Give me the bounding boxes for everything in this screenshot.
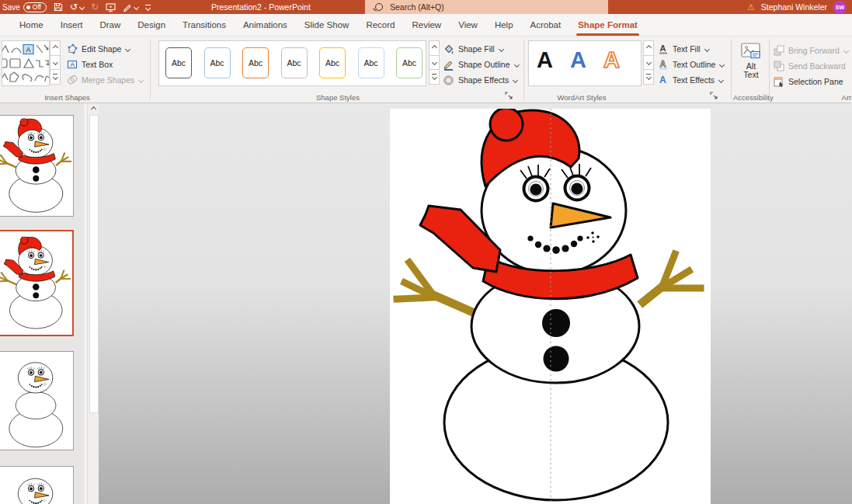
group-separator (150, 40, 151, 99)
shape-gallery-icons: A (2, 41, 49, 85)
svg-text:A: A (71, 61, 75, 68)
text-box-button[interactable]: A Text Box (67, 57, 113, 71)
search-input[interactable]: Search (Alt+Q) (365, 0, 608, 14)
shape-style-preset-7[interactable]: Abc (396, 47, 423, 78)
text-effects-button[interactable]: A Text Effects (658, 73, 723, 87)
chevron-down-icon (134, 4, 139, 9)
shape-effects-button[interactable]: Shape Effects (443, 73, 517, 87)
bring-forward-button[interactable]: Bring Forward (774, 43, 848, 57)
pen-icon (123, 2, 132, 12)
tab-acrobat[interactable]: Acrobat (522, 14, 570, 36)
group-label-shape-styles: Shape Styles (152, 93, 523, 102)
svg-text:A: A (660, 59, 666, 68)
undo-button[interactable]: ↺ (70, 2, 84, 12)
search-icon (375, 3, 383, 11)
tab-transitions[interactable]: Transitions (174, 14, 235, 36)
tab-shape-format[interactable]: Shape Format (569, 14, 646, 36)
selection-pane-button[interactable]: Selection Pane (774, 75, 843, 89)
shape-gallery[interactable]: A (2, 40, 50, 86)
slide-thumbnail-1[interactable] (0, 115, 74, 217)
tab-record[interactable]: Record (357, 14, 403, 36)
alt-text-button[interactable]: Alt Text (736, 43, 766, 79)
gallery-more-button[interactable] (50, 69, 61, 85)
send-backward-button[interactable]: Send Backward (774, 59, 846, 73)
shape-fill-icon (443, 43, 454, 55)
save-icon (54, 2, 63, 12)
powerpoint-window: Save Off ↺ ↻ (0, 0, 852, 504)
group-label-insert-shapes: Insert Shapes (0, 93, 134, 102)
selection-pane-icon (774, 76, 784, 87)
shape-fill-button[interactable]: Shape Fill (443, 42, 503, 56)
shape-style-preset-4[interactable]: Abc (281, 47, 308, 78)
wordart-preset-1[interactable]: A (537, 49, 553, 71)
shape-style-preset-6[interactable]: Abc (358, 47, 384, 78)
scroll-up-button[interactable] (88, 103, 99, 114)
shape-style-preset-3[interactable]: Abc (242, 47, 269, 78)
slide-thumbnail-4[interactable] (0, 466, 74, 504)
slide-thumbnail-3[interactable] (0, 351, 74, 450)
autosave-state: Off (33, 3, 41, 11)
gallery-scroll-down[interactable] (50, 55, 61, 71)
tab-insert[interactable]: Insert (52, 14, 92, 36)
group-arrange: Bring Forward Send Backward Selection Pa… (772, 36, 852, 103)
styles-scroll-down[interactable] (429, 55, 440, 71)
slide-editing-surface[interactable] (390, 109, 711, 504)
text-outline-icon: A (658, 59, 669, 70)
shape-style-preset-2[interactable]: Abc (204, 47, 231, 78)
merge-shapes-button[interactable]: Merge Shapes (67, 73, 143, 87)
alert-icon[interactable]: ⚠ (747, 3, 755, 12)
tab-review[interactable]: Review (403, 14, 450, 36)
wordart-dialog-launcher[interactable] (710, 92, 718, 100)
text-outline-button[interactable]: A Text Outline (658, 57, 724, 71)
pen-tools-button[interactable] (123, 2, 138, 12)
group-separator (731, 40, 732, 99)
shape-outline-button[interactable]: Shape Outline (443, 57, 519, 71)
redo-button[interactable]: ↻ (91, 2, 99, 12)
svg-text:A: A (26, 46, 31, 54)
edit-shape-icon (67, 43, 78, 54)
monitor-icon (106, 2, 116, 12)
wordart-preset-3[interactable]: A (603, 49, 620, 71)
tab-animations[interactable]: Animations (235, 14, 296, 36)
tab-design[interactable]: Design (129, 14, 174, 36)
shape-effects-icon (443, 75, 454, 86)
text-fill-button[interactable]: A Text Fill (658, 42, 709, 56)
shape-style-preset-5[interactable]: Abc (319, 47, 346, 78)
avatar[interactable]: SW (833, 1, 847, 14)
wordart-scroll-down[interactable] (643, 55, 654, 71)
tab-view[interactable]: View (450, 14, 486, 36)
save-button[interactable] (54, 2, 63, 12)
gallery-scroll-up[interactable] (50, 40, 61, 56)
account-name[interactable]: Stephani Winkeler (761, 2, 827, 12)
tab-home[interactable]: Home (11, 14, 52, 36)
edit-shape-button[interactable]: Edit Shape (67, 42, 130, 56)
styles-scroll-up[interactable] (429, 40, 440, 56)
window-title: Presentation2 - PowerPoint (211, 2, 311, 12)
svg-text:A: A (659, 75, 666, 85)
autosave-label: Save (2, 3, 20, 12)
autosave-toggle[interactable]: Save Off (2, 2, 47, 12)
slide-thumbnail-2-selected[interactable] (0, 230, 74, 336)
thumbnail-scrollbar[interactable] (87, 103, 99, 504)
wordart-scroll-up[interactable] (643, 40, 654, 56)
slideshow-button[interactable] (106, 2, 116, 12)
search-placeholder: Search (Alt+Q) (390, 2, 444, 12)
group-label-arrange: Arrange (834, 93, 852, 102)
wordart-preset-2[interactable]: A (570, 49, 586, 71)
snowman-drawing[interactable] (390, 109, 711, 504)
qat-customize-button[interactable] (145, 5, 151, 10)
tab-draw[interactable]: Draw (91, 14, 129, 36)
alt-text-icon (741, 43, 761, 60)
tab-help[interactable]: Help (486, 14, 522, 36)
tab-slide-show[interactable]: Slide Show (296, 14, 358, 36)
styles-more-button[interactable] (429, 69, 440, 85)
group-label-wordart-styles: WordArt Styles (479, 93, 684, 102)
slide-canvas (99, 103, 852, 504)
slide-thumbnail-panel (0, 103, 84, 504)
group-label-accessibility: Accessibility (733, 93, 769, 102)
title-bar: Save Off ↺ ↻ (0, 0, 852, 14)
scrollbar-thumb[interactable] (89, 115, 99, 413)
quick-access-toolbar: Save Off ↺ ↻ (2, 0, 151, 14)
shape-style-preset-1[interactable]: Abc (165, 47, 192, 78)
wordart-more-button[interactable] (643, 69, 654, 85)
